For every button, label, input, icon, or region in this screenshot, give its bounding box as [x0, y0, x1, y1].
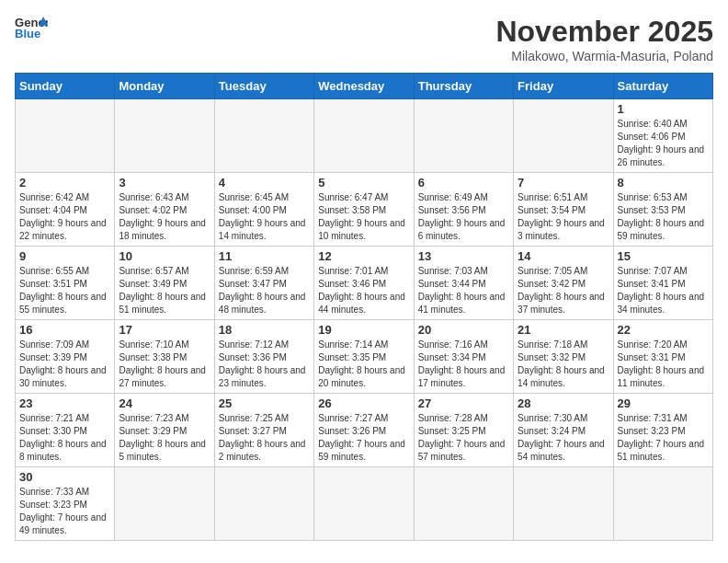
table-row: 8Sunrise: 6:53 AM Sunset: 3:53 PM Daylig…	[613, 173, 712, 247]
table-row	[613, 467, 712, 541]
table-row: 17Sunrise: 7:10 AM Sunset: 3:38 PM Dayli…	[115, 320, 214, 394]
day-number: 7	[518, 176, 609, 190]
day-number: 10	[119, 249, 210, 263]
day-info: Sunrise: 7:12 AM Sunset: 3:36 PM Dayligh…	[219, 339, 310, 390]
table-row: 9Sunrise: 6:55 AM Sunset: 3:51 PM Daylig…	[16, 247, 115, 320]
table-row: 11Sunrise: 6:59 AM Sunset: 3:47 PM Dayli…	[214, 247, 313, 320]
day-number: 9	[19, 249, 110, 263]
day-info: Sunrise: 7:18 AM Sunset: 3:32 PM Dayligh…	[518, 339, 609, 390]
day-info: Sunrise: 7:07 AM Sunset: 3:41 PM Dayligh…	[618, 265, 709, 316]
table-row: 21Sunrise: 7:18 AM Sunset: 3:32 PM Dayli…	[514, 320, 613, 394]
table-row	[514, 467, 613, 541]
table-row: 7Sunrise: 6:51 AM Sunset: 3:54 PM Daylig…	[514, 173, 613, 247]
day-number: 13	[418, 249, 509, 263]
day-number: 3	[119, 176, 210, 190]
day-info: Sunrise: 7:01 AM Sunset: 3:46 PM Dayligh…	[318, 265, 409, 316]
header-sunday: Sunday	[16, 74, 115, 99]
day-number: 23	[19, 396, 110, 410]
day-info: Sunrise: 6:51 AM Sunset: 3:54 PM Dayligh…	[518, 191, 609, 243]
table-row: 14Sunrise: 7:05 AM Sunset: 3:42 PM Dayli…	[514, 247, 613, 320]
day-number: 30	[19, 470, 110, 484]
table-row: 3Sunrise: 6:43 AM Sunset: 4:02 PM Daylig…	[115, 173, 214, 247]
table-row: 18Sunrise: 7:12 AM Sunset: 3:36 PM Dayli…	[214, 320, 313, 394]
header-saturday: Saturday	[613, 74, 712, 99]
day-info: Sunrise: 6:40 AM Sunset: 4:06 PM Dayligh…	[618, 118, 709, 169]
day-info: Sunrise: 6:53 AM Sunset: 3:53 PM Dayligh…	[618, 191, 709, 243]
day-number: 11	[219, 249, 310, 263]
day-number: 14	[518, 249, 609, 263]
day-number: 6	[418, 176, 509, 190]
day-info: Sunrise: 7:28 AM Sunset: 3:25 PM Dayligh…	[418, 412, 509, 464]
table-row: 4Sunrise: 6:45 AM Sunset: 4:00 PM Daylig…	[214, 173, 313, 247]
table-row: 23Sunrise: 7:21 AM Sunset: 3:30 PM Dayli…	[16, 394, 115, 467]
table-row	[314, 467, 414, 541]
weekday-header-row: Sunday Monday Tuesday Wednesday Thursday…	[16, 74, 713, 99]
page-header: General Blue November 2025 Milakowo, War…	[15, 15, 713, 63]
table-row: 1Sunrise: 6:40 AM Sunset: 4:06 PM Daylig…	[613, 99, 712, 173]
table-row: 29Sunrise: 7:31 AM Sunset: 3:23 PM Dayli…	[613, 394, 712, 467]
day-number: 4	[219, 176, 310, 190]
day-info: Sunrise: 6:43 AM Sunset: 4:02 PM Dayligh…	[119, 191, 210, 243]
day-info: Sunrise: 6:59 AM Sunset: 3:47 PM Dayligh…	[219, 265, 310, 316]
day-info: Sunrise: 7:21 AM Sunset: 3:30 PM Dayligh…	[19, 412, 110, 464]
day-number: 8	[618, 176, 709, 190]
table-row	[115, 467, 214, 541]
day-number: 5	[318, 176, 409, 190]
calendar-row: 9Sunrise: 6:55 AM Sunset: 3:51 PM Daylig…	[16, 247, 713, 320]
table-row: 22Sunrise: 7:20 AM Sunset: 3:31 PM Dayli…	[613, 320, 712, 394]
day-number: 21	[518, 323, 609, 337]
day-number: 2	[19, 176, 110, 190]
table-row	[115, 99, 214, 173]
table-row	[414, 467, 513, 541]
day-info: Sunrise: 6:55 AM Sunset: 3:51 PM Dayligh…	[19, 265, 110, 316]
day-info: Sunrise: 6:47 AM Sunset: 3:58 PM Dayligh…	[318, 191, 409, 243]
day-info: Sunrise: 7:27 AM Sunset: 3:26 PM Dayligh…	[318, 412, 409, 464]
header-wednesday: Wednesday	[314, 74, 414, 99]
day-number: 25	[219, 396, 310, 410]
header-tuesday: Tuesday	[214, 74, 313, 99]
day-info: Sunrise: 7:23 AM Sunset: 3:29 PM Dayligh…	[119, 412, 210, 464]
table-row: 25Sunrise: 7:25 AM Sunset: 3:27 PM Dayli…	[214, 394, 313, 467]
svg-text:Blue: Blue	[15, 27, 40, 40]
table-row: 10Sunrise: 6:57 AM Sunset: 3:49 PM Dayli…	[115, 247, 214, 320]
calendar-table: Sunday Monday Tuesday Wednesday Thursday…	[15, 73, 713, 541]
table-row: 5Sunrise: 6:47 AM Sunset: 3:58 PM Daylig…	[314, 173, 414, 247]
day-info: Sunrise: 7:05 AM Sunset: 3:42 PM Dayligh…	[518, 265, 609, 316]
logo: General Blue	[15, 15, 48, 42]
day-info: Sunrise: 7:14 AM Sunset: 3:35 PM Dayligh…	[318, 339, 409, 390]
table-row: 16Sunrise: 7:09 AM Sunset: 3:39 PM Dayli…	[16, 320, 115, 394]
day-number: 19	[318, 323, 409, 337]
table-row: 6Sunrise: 6:49 AM Sunset: 3:56 PM Daylig…	[414, 173, 513, 247]
day-number: 29	[618, 396, 709, 410]
day-number: 12	[318, 249, 409, 263]
table-row: 15Sunrise: 7:07 AM Sunset: 3:41 PM Dayli…	[613, 247, 712, 320]
title-block: November 2025 Milakowo, Warmia-Masuria, …	[495, 15, 713, 63]
table-row: 24Sunrise: 7:23 AM Sunset: 3:29 PM Dayli…	[115, 394, 214, 467]
table-row	[314, 99, 414, 173]
calendar-row: 1Sunrise: 6:40 AM Sunset: 4:06 PM Daylig…	[16, 99, 713, 173]
day-info: Sunrise: 7:20 AM Sunset: 3:31 PM Dayligh…	[618, 339, 709, 390]
day-info: Sunrise: 6:57 AM Sunset: 3:49 PM Dayligh…	[119, 265, 210, 316]
calendar-row: 16Sunrise: 7:09 AM Sunset: 3:39 PM Dayli…	[16, 320, 713, 394]
day-info: Sunrise: 7:03 AM Sunset: 3:44 PM Dayligh…	[418, 265, 509, 316]
calendar-row: 30Sunrise: 7:33 AM Sunset: 3:23 PM Dayli…	[16, 467, 713, 541]
day-info: Sunrise: 6:42 AM Sunset: 4:04 PM Dayligh…	[19, 191, 110, 243]
table-row: 20Sunrise: 7:16 AM Sunset: 3:34 PM Dayli…	[414, 320, 513, 394]
day-info: Sunrise: 7:31 AM Sunset: 3:23 PM Dayligh…	[618, 412, 709, 464]
table-row: 2Sunrise: 6:42 AM Sunset: 4:04 PM Daylig…	[16, 173, 115, 247]
table-row	[414, 99, 513, 173]
day-number: 26	[318, 396, 409, 410]
table-row: 28Sunrise: 7:30 AM Sunset: 3:24 PM Dayli…	[514, 394, 613, 467]
day-number: 24	[119, 396, 210, 410]
day-number: 18	[219, 323, 310, 337]
day-info: Sunrise: 7:16 AM Sunset: 3:34 PM Dayligh…	[418, 339, 509, 390]
day-number: 20	[418, 323, 509, 337]
day-number: 22	[618, 323, 709, 337]
day-info: Sunrise: 6:49 AM Sunset: 3:56 PM Dayligh…	[418, 191, 509, 243]
table-row	[514, 99, 613, 173]
table-row: 19Sunrise: 7:14 AM Sunset: 3:35 PM Dayli…	[314, 320, 414, 394]
table-row	[214, 467, 313, 541]
day-info: Sunrise: 6:45 AM Sunset: 4:00 PM Dayligh…	[219, 191, 310, 243]
day-number: 15	[618, 249, 709, 263]
month-title: November 2025	[495, 15, 713, 49]
